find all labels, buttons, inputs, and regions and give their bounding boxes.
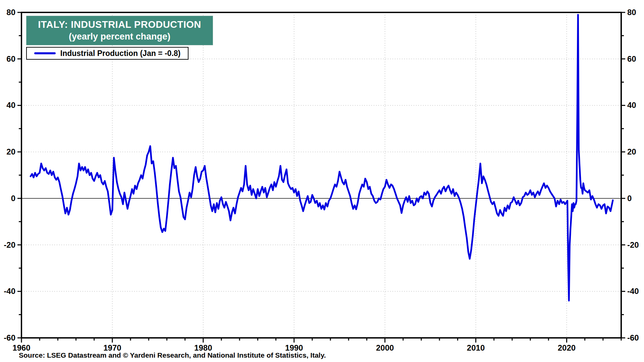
x-axis-label: 1970 xyxy=(103,343,121,352)
chart-canvas: 808060604040202000-20-20-40-40-60-601960… xyxy=(0,0,644,362)
legend-line-swatch xyxy=(34,52,56,54)
x-axis-label: 1960 xyxy=(12,343,30,352)
chart-title-box: ITALY: INDUSTRIAL PRODUCTION (yearly per… xyxy=(26,16,213,45)
y-axis-label-right: -20 xyxy=(627,240,639,249)
y-axis-label-left: -20 xyxy=(4,240,15,249)
legend-label: Industrial Production (Jan = -0.8) xyxy=(60,49,180,58)
gridlines xyxy=(21,12,621,338)
y-axis-label-left: 0 xyxy=(11,194,15,203)
chart-subtitle: (yearly percent change) xyxy=(69,32,170,42)
y-axis-label-left: 60 xyxy=(6,54,15,63)
y-axis-label-right: -60 xyxy=(627,333,639,342)
x-axis-label: 1980 xyxy=(194,343,212,352)
legend: Industrial Production (Jan = -0.8) xyxy=(26,47,189,60)
y-axis-label-left: -40 xyxy=(4,287,15,296)
x-axis-label: 1990 xyxy=(285,343,303,352)
x-axis-label: 2010 xyxy=(467,343,485,352)
y-axis-label-right: 40 xyxy=(627,101,636,110)
x-axis-label: 2000 xyxy=(376,343,394,352)
y-axis-label-left: 40 xyxy=(6,101,15,110)
y-axis-label-right: 80 xyxy=(627,8,636,17)
x-axis-label: 2020 xyxy=(558,343,576,352)
y-axis-label-right: 20 xyxy=(627,147,636,156)
plot-frame xyxy=(21,12,621,338)
y-axis-label-right: -40 xyxy=(627,287,639,296)
y-axis-label-right: 60 xyxy=(627,54,636,63)
y-axis-label-left: 80 xyxy=(6,8,15,17)
y-axis-label-left: 20 xyxy=(6,147,15,156)
y-axis-label-left: -60 xyxy=(4,333,15,342)
chart-title: ITALY: INDUSTRIAL PRODUCTION xyxy=(38,19,201,30)
source-note: Source: LSEG Datastream and © Yardeni Re… xyxy=(19,351,326,359)
axis-ticks xyxy=(17,12,625,343)
y-axis-label-right: 0 xyxy=(627,194,632,203)
